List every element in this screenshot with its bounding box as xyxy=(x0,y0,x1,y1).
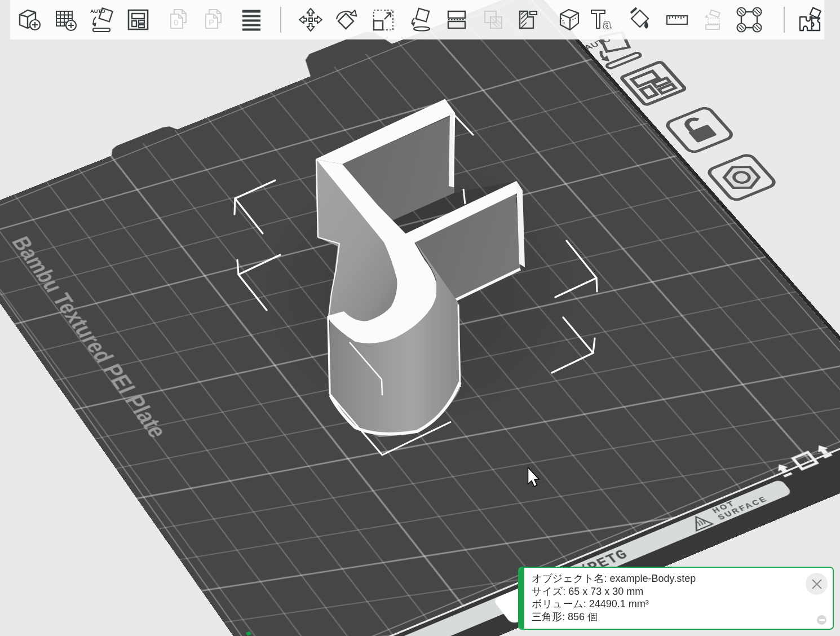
svg-text:P: P xyxy=(209,17,214,27)
svg-text:0: 0 xyxy=(174,17,178,27)
svg-text:a: a xyxy=(603,16,611,32)
